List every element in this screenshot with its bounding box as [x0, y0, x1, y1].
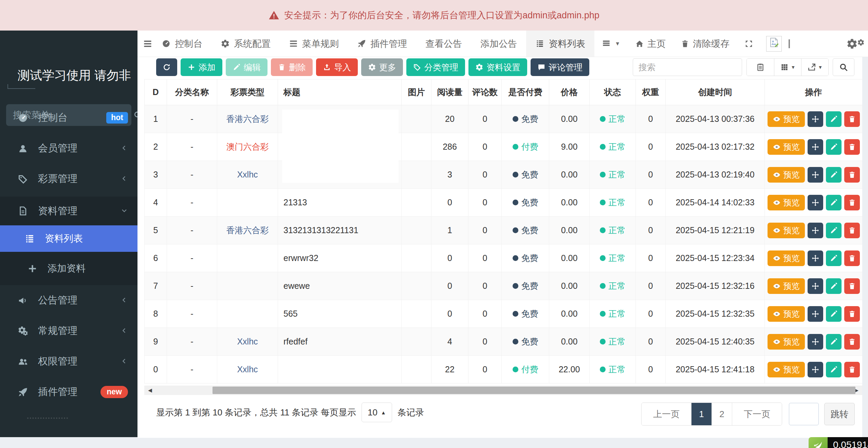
column-header-权重[interactable]: 权重	[636, 79, 666, 105]
lottery-type-link[interactable]: 香港六合彩	[226, 114, 269, 124]
home-button[interactable]: 主页	[628, 31, 673, 57]
more-button[interactable]: 更多	[361, 58, 403, 76]
tab-查看公告[interactable]: 查看公告	[416, 31, 471, 57]
row-edit-button[interactable]	[826, 223, 842, 238]
row-edit-button[interactable]	[826, 306, 842, 322]
row-delete-button[interactable]	[844, 111, 860, 127]
detail-view-button[interactable]	[747, 59, 774, 76]
import-button[interactable]: 导入	[316, 58, 358, 76]
material-settings-button[interactable]: 资料设置	[468, 58, 527, 76]
page-button-1[interactable]: 1	[691, 403, 712, 425]
drag-sort-button[interactable]	[808, 111, 823, 127]
preview-button[interactable]: 预览	[768, 223, 805, 238]
cell-lottery-type[interactable]: 香港六合彩	[217, 217, 278, 244]
preview-button[interactable]: 预览	[768, 195, 805, 210]
page-size-select[interactable]: 10 ▲	[362, 403, 392, 422]
drag-sort-button[interactable]	[808, 223, 823, 238]
cell-lottery-type[interactable]: 澳门六合彩	[217, 133, 278, 161]
row-delete-button[interactable]	[844, 362, 860, 377]
page-jump-input[interactable]	[789, 403, 819, 425]
column-header-创建时间[interactable]: 创建时间	[666, 79, 765, 105]
sidebar-item-插件管理[interactable]: 插件管理new	[0, 377, 137, 407]
preview-button[interactable]: 预览	[768, 139, 805, 155]
next-page-button[interactable]: 下一页	[732, 403, 782, 425]
cell-lottery-type[interactable]: Xxlhc	[217, 161, 278, 189]
sidebar-item-资料管理[interactable]: 资料管理	[0, 197, 137, 225]
row-edit-button[interactable]	[826, 278, 842, 294]
row-edit-button[interactable]	[826, 139, 842, 155]
row-edit-button[interactable]	[826, 250, 842, 266]
column-header-状态[interactable]: 状态	[590, 79, 636, 105]
row-edit-button[interactable]	[826, 195, 842, 210]
scroll-left-icon[interactable]: ◀	[144, 386, 156, 395]
drag-sort-button[interactable]	[808, 362, 823, 377]
drag-sort-button[interactable]	[808, 167, 823, 183]
page-button-2[interactable]: 2	[712, 403, 732, 425]
sidebar-toggle-icon[interactable]	[143, 31, 152, 57]
preview-button[interactable]: 预览	[768, 111, 805, 127]
sidebar-item-公告管理[interactable]: 公告管理	[0, 285, 137, 316]
sidebar-item-权限管理[interactable]: 权限管理	[0, 346, 137, 377]
preview-button[interactable]: 预览	[768, 334, 805, 350]
sidebar-item-会员管理[interactable]: 会员管理	[0, 133, 137, 164]
scrollbar-thumb[interactable]	[213, 387, 855, 394]
tab-控制台[interactable]: 控制台	[152, 31, 211, 57]
column-header-D[interactable]: D	[145, 79, 167, 105]
column-header-阅读量[interactable]: 阅读量	[431, 79, 468, 105]
export-button[interactable]: ▼	[801, 59, 828, 76]
row-edit-button[interactable]	[826, 111, 842, 127]
tab-插件管理[interactable]: 插件管理	[348, 31, 416, 57]
tab-资料列表[interactable]: 资料列表	[526, 31, 594, 57]
column-header-标题[interactable]: 标题	[278, 79, 402, 105]
row-delete-button[interactable]	[844, 195, 860, 210]
row-delete-button[interactable]	[844, 167, 860, 183]
drag-sort-button[interactable]	[808, 278, 823, 294]
preview-button[interactable]: 预览	[768, 362, 805, 377]
preview-button[interactable]: 预览	[768, 278, 805, 294]
preview-button[interactable]: 预览	[768, 250, 805, 266]
cell-lottery-type[interactable]: 香港六合彩	[217, 105, 278, 133]
drag-sort-button[interactable]	[808, 195, 823, 210]
search-submit-button[interactable]	[833, 58, 854, 76]
thinkphp-debugbar[interactable]: 0.051914s	[809, 437, 868, 448]
column-header-分类名称[interactable]: 分类名称	[167, 79, 217, 105]
refresh-button[interactable]	[156, 58, 177, 76]
row-delete-button[interactable]	[844, 139, 860, 155]
fullscreen-button[interactable]	[737, 31, 761, 57]
tab-系统配置[interactable]: 系统配置	[211, 31, 280, 57]
column-header-彩票类型[interactable]: 彩票类型	[217, 79, 278, 105]
lottery-type-link[interactable]: Xxlhc	[237, 337, 258, 346]
column-header-价格[interactable]: 价格	[549, 79, 590, 105]
lottery-type-link[interactable]: 澳门六合彩	[226, 142, 269, 151]
row-edit-button[interactable]	[826, 334, 842, 350]
row-edit-button[interactable]	[826, 167, 842, 183]
scrollbar-track[interactable]	[156, 386, 851, 395]
lottery-type-link[interactable]: Xxlhc	[237, 365, 258, 374]
settings-gears-icon[interactable]	[846, 31, 865, 57]
columns-toggle-button[interactable]: ▼	[774, 59, 801, 76]
comment-manage-button[interactable]: 评论管理	[531, 58, 589, 76]
avatar[interactable]	[766, 36, 782, 52]
table-search-input[interactable]	[633, 58, 742, 76]
cell-lottery-type[interactable]: Xxlhc	[217, 328, 278, 356]
sidebar-item-常规管理[interactable]: 常规管理	[0, 316, 137, 346]
sidebar-item-资料列表[interactable]: 资料列表	[0, 225, 137, 252]
page-jump-button[interactable]: 跳转	[824, 403, 855, 425]
drag-sort-button[interactable]	[808, 250, 823, 266]
preview-button[interactable]: 预览	[768, 167, 805, 183]
drag-sort-button[interactable]	[808, 139, 823, 155]
row-edit-button[interactable]	[826, 362, 842, 377]
row-delete-button[interactable]	[844, 250, 860, 266]
lottery-type-link[interactable]: 香港六合彩	[226, 225, 269, 235]
column-header-图片[interactable]: 图片	[402, 79, 431, 105]
row-delete-button[interactable]	[844, 306, 860, 322]
column-header-评论数[interactable]: 评论数	[468, 79, 502, 105]
prev-page-button[interactable]: 上一页	[642, 403, 691, 425]
column-header-操作[interactable]: 操作	[765, 79, 863, 105]
add-button[interactable]: 添加	[181, 58, 222, 76]
category-manage-button[interactable]: 分类管理	[406, 58, 465, 76]
clear-cache-button[interactable]: 清除缓存	[673, 31, 737, 57]
drag-sort-button[interactable]	[808, 306, 823, 322]
tab-menu-dropdown[interactable]: ▼	[594, 31, 628, 57]
drag-sort-button[interactable]	[808, 334, 823, 350]
